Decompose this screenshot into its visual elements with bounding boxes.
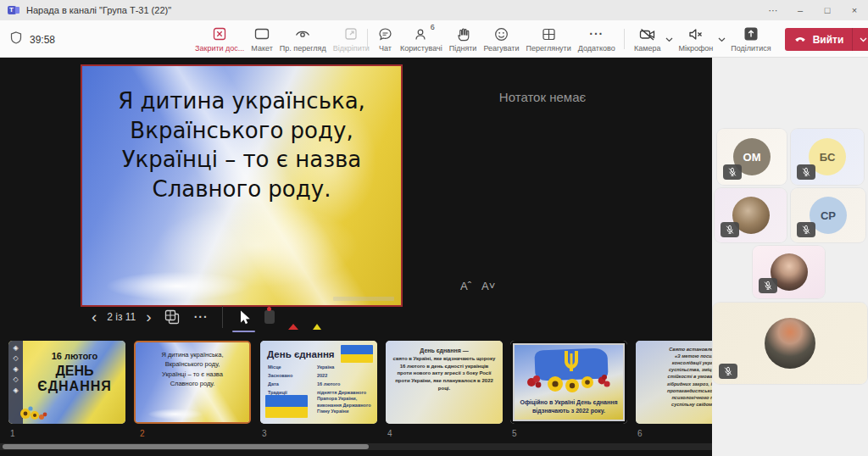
slide-line: Славного роду. — [82, 175, 401, 204]
layout-icon — [253, 25, 270, 42]
laser-pointer-tool-button[interactable] — [258, 303, 281, 331]
raise-hand-button[interactable]: Підняти — [446, 24, 481, 54]
participant-tile[interactable] — [715, 188, 787, 242]
notes-font-decrease-button[interactable]: A˅ — [481, 280, 495, 292]
chat-icon — [377, 25, 393, 42]
slide-thumbnail-6[interactable]: Свято встановлено в «З метою посиле конс… — [636, 341, 712, 424]
slide-number-3: 3 — [262, 429, 267, 438]
slide-grid-button[interactable] — [157, 309, 187, 325]
navbar-more-button[interactable]: ··· — [187, 310, 215, 324]
highlighter-tool-button[interactable] — [305, 303, 330, 331]
window-title: Нарада в каналі "Група Т-31 (22)" — [26, 5, 171, 15]
slide-line: Я дитина українська, — [82, 86, 401, 116]
slide-line: Вкраїнського роду, — [82, 116, 401, 146]
chat-button[interactable]: Чат — [374, 24, 397, 54]
participants-button[interactable]: 6 Користувачі — [397, 24, 446, 54]
participants-sidebar: ОМ БС СР — [712, 58, 868, 456]
notes-placeholder: Нотаток немає — [424, 90, 661, 104]
window-more-icon[interactable]: ⋯ — [760, 0, 787, 20]
slide-position: 2 із 11 — [102, 311, 141, 323]
react-button[interactable]: Реагувати — [480, 24, 522, 54]
people-icon: 6 — [414, 25, 429, 42]
slide-thumbnail-4[interactable]: День єднання — свято в Україні, яке відз… — [386, 341, 503, 424]
participant-tile[interactable]: СР — [791, 188, 865, 242]
meeting-toolbar: 39:58 Закрити дос... Макет Пр. перегляд … — [0, 20, 868, 58]
speaker-muted-icon — [687, 25, 704, 42]
slide-thumbnail-3[interactable]: День єднання МісцеУкраїна Засновано2022 … — [260, 341, 377, 424]
shield-icon — [10, 31, 22, 47]
presentation-stage: Я дитина українська, Вкраїнського роду, … — [0, 58, 712, 456]
pen-tool-button[interactable] — [281, 303, 305, 331]
slide-thumbnail-1[interactable]: ◈◇◈◇◈ 16 лютого ДЕНЬ ЄДНАННЯ — [8, 341, 125, 424]
mic-muted-icon — [719, 364, 737, 379]
camera-options-chevron[interactable] — [664, 31, 675, 46]
close-document-button[interactable]: Закрити дос... — [192, 24, 248, 54]
sunflowers-icon — [19, 403, 49, 422]
participant-tile[interactable]: БС — [791, 129, 864, 185]
next-slide-button[interactable]: › — [141, 309, 156, 325]
filmstrip-scrollbar[interactable] — [0, 443, 712, 450]
microphone-button[interactable]: Мікрофон — [675, 24, 716, 54]
ellipsis-icon: ··· — [589, 25, 604, 42]
window-close-icon[interactable]: × — [841, 0, 868, 20]
mic-muted-icon — [723, 164, 742, 180]
camera-button[interactable]: Камера — [631, 24, 664, 54]
filmstrip-scrollbar-thumb[interactable] — [3, 444, 369, 449]
leave-options-chevron[interactable] — [853, 37, 868, 42]
private-view-button[interactable]: Пр. перегляд — [276, 24, 330, 54]
current-slide: Я дитина українська, Вкраїнського роду, … — [81, 64, 403, 307]
laser-pointer-icon — [264, 310, 275, 324]
popout-icon — [343, 25, 359, 42]
slide-number-6: 6 — [637, 429, 643, 438]
more-actions-button[interactable]: ··· Додатково — [575, 24, 619, 54]
window-minimize-icon[interactable]: – — [787, 0, 814, 20]
eraser-tool-button[interactable] — [330, 303, 353, 331]
share-button[interactable]: Поділитися — [727, 24, 774, 54]
camera-off-icon — [638, 25, 657, 42]
slide-number-2: 2 — [140, 429, 145, 438]
mic-muted-icon — [721, 222, 739, 237]
participant-tile[interactable]: ОМ — [717, 129, 787, 185]
teams-logo-icon: T — [8, 4, 19, 16]
flag-icon — [341, 345, 373, 363]
eraser-icon — [337, 310, 347, 325]
microphone-options-chevron[interactable] — [716, 31, 727, 46]
eye-icon — [294, 25, 311, 42]
avatar-photo — [765, 318, 815, 369]
slide-navbar: ‹ 2 із 11 › ··· — [86, 303, 353, 331]
cursor-icon — [236, 309, 251, 325]
leave-button[interactable]: Вийти — [785, 28, 868, 51]
window-maximize-icon[interactable]: □ — [814, 0, 841, 20]
participants-count-badge: 6 — [431, 23, 435, 31]
grid-view-icon — [541, 25, 557, 42]
close-document-icon — [212, 25, 227, 42]
previous-slide-button[interactable]: ‹ — [86, 309, 102, 325]
mic-muted-icon — [797, 222, 815, 237]
slide-number-5: 5 — [512, 429, 517, 438]
participant-tile[interactable] — [713, 303, 867, 384]
slide-line: Українці – то є назва — [82, 145, 401, 175]
layout-button[interactable]: Макет — [248, 24, 275, 54]
smiley-icon — [493, 25, 509, 42]
view-button[interactable]: Переглянути — [522, 24, 574, 54]
slide-number-1: 1 — [10, 429, 15, 438]
slide-number-4: 4 — [387, 429, 392, 438]
slide-thumbnail-2-selected[interactable]: Я дитина українська, Вкраїнського роду, … — [134, 341, 251, 424]
leave-label: Вийти — [813, 34, 844, 46]
share-icon — [743, 25, 759, 42]
flowers-icon — [520, 370, 621, 399]
pointer-tool-button[interactable] — [230, 303, 258, 331]
pen-icon — [288, 309, 298, 325]
titlebar: T Нарада в каналі "Група Т-31 (22)" ⋯ – … — [0, 0, 868, 20]
slide-thumbnail-5[interactable]: Офіційно в Україні День єднання відзнача… — [510, 341, 627, 424]
mic-muted-icon — [797, 164, 815, 180]
meeting-timer: 39:58 — [30, 34, 55, 46]
highlighter-icon — [312, 309, 323, 325]
mic-muted-icon — [759, 278, 777, 293]
slide-watermark — [333, 297, 394, 301]
notes-font-increase-button[interactable]: Aˆ — [460, 280, 471, 292]
hangup-icon — [793, 31, 807, 48]
participant-tile[interactable] — [753, 246, 825, 298]
raised-hand-icon — [455, 25, 471, 42]
